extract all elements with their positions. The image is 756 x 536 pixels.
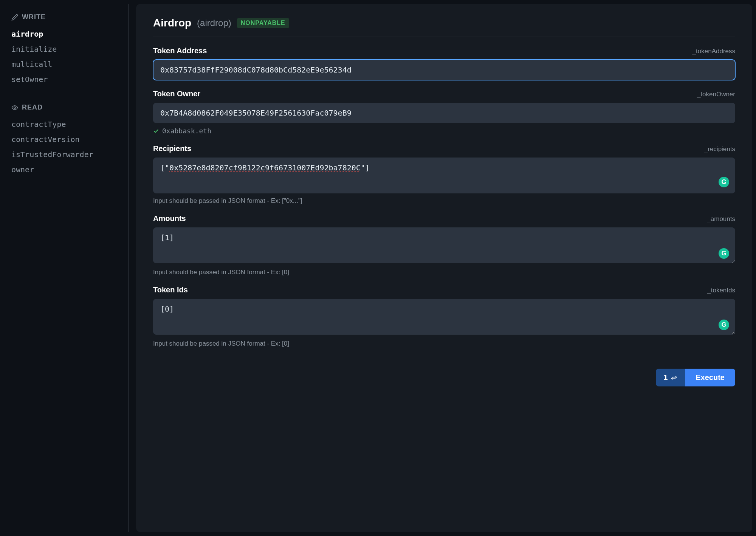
token-address-input[interactable] bbox=[153, 60, 735, 80]
pencil-icon bbox=[11, 14, 18, 21]
token-owner-validation: 0xabbask.eth bbox=[153, 127, 735, 135]
read-header-label: READ bbox=[22, 103, 43, 111]
function-subtitle: (airdrop) bbox=[197, 18, 231, 28]
validation-ens: 0xabbask.eth bbox=[162, 127, 211, 135]
amounts-param: _amounts bbox=[707, 215, 735, 223]
sidebar-item-multicall[interactable]: multicall bbox=[11, 58, 121, 70]
token-owner-input[interactable] bbox=[153, 103, 735, 123]
grammarly-icon[interactable]: G bbox=[719, 320, 729, 330]
write-list: airdrop initialize multicall setOwner bbox=[11, 28, 121, 85]
payable-badge: NONPAYABLE bbox=[237, 18, 289, 28]
write-section-header: WRITE bbox=[11, 13, 121, 21]
svg-point-0 bbox=[14, 107, 16, 108]
grammarly-icon[interactable]: G bbox=[719, 248, 729, 259]
recipients-input[interactable]: ["0x5287e8d8207cf9B122c9f66731007Ed92ba7… bbox=[153, 158, 735, 193]
swap-icon bbox=[671, 374, 677, 381]
execute-button[interactable]: Execute bbox=[685, 369, 735, 386]
tx-count-button[interactable]: 1 bbox=[656, 369, 685, 386]
field-amounts: Amounts _amounts G Input should be passe… bbox=[153, 214, 735, 276]
sidebar-item-contracttype[interactable]: contractType bbox=[11, 118, 121, 130]
eye-icon bbox=[11, 104, 18, 111]
recipients-label: Recipients bbox=[153, 144, 191, 153]
write-header-label: WRITE bbox=[22, 13, 46, 21]
amounts-label: Amounts bbox=[153, 214, 186, 223]
field-token-ids: Token Ids _tokenIds G Input should be pa… bbox=[153, 286, 735, 348]
footer: 1 Execute bbox=[153, 359, 735, 386]
token-ids-hint: Input should be passed in JSON format - … bbox=[153, 340, 735, 348]
function-title: Airdrop bbox=[153, 17, 191, 29]
token-address-label: Token Address bbox=[153, 46, 207, 55]
amounts-input[interactable] bbox=[153, 227, 735, 263]
sidebar-item-airdrop[interactable]: airdrop bbox=[11, 28, 121, 40]
sidebar-divider bbox=[11, 95, 121, 95]
check-icon bbox=[153, 128, 159, 134]
amounts-hint: Input should be passed in JSON format - … bbox=[153, 269, 735, 276]
sidebar-item-contractversion[interactable]: contractVersion bbox=[11, 133, 121, 145]
tx-count: 1 bbox=[663, 373, 668, 382]
token-ids-input[interactable] bbox=[153, 299, 735, 335]
sidebar-item-initialize[interactable]: initialize bbox=[11, 43, 121, 55]
field-token-address: Token Address _tokenAddress bbox=[153, 46, 735, 80]
token-ids-param: _tokenIds bbox=[707, 287, 735, 294]
recipients-param: _recipients bbox=[704, 145, 735, 153]
field-token-owner: Token Owner _tokenOwner 0xabbask.eth bbox=[153, 90, 735, 135]
grammarly-icon[interactable]: G bbox=[719, 177, 729, 187]
main-panel: Airdrop (airdrop) NONPAYABLE Token Addre… bbox=[136, 4, 752, 532]
field-recipients: Recipients _recipients ["0x5287e8d8207cf… bbox=[153, 144, 735, 205]
function-header: Airdrop (airdrop) NONPAYABLE bbox=[153, 17, 735, 37]
read-section-header: READ bbox=[11, 103, 121, 111]
sidebar-item-istrustedforwarder[interactable]: isTrustedForwarder bbox=[11, 148, 121, 161]
token-owner-param: _tokenOwner bbox=[697, 91, 735, 98]
token-address-param: _tokenAddress bbox=[692, 48, 735, 55]
sidebar-item-setowner[interactable]: setOwner bbox=[11, 73, 121, 85]
read-list: contractType contractVersion isTrustedFo… bbox=[11, 118, 121, 176]
token-ids-label: Token Ids bbox=[153, 286, 188, 294]
token-owner-label: Token Owner bbox=[153, 90, 200, 98]
sidebar: WRITE airdrop initialize multicall setOw… bbox=[4, 4, 129, 532]
sidebar-item-owner[interactable]: owner bbox=[11, 164, 121, 176]
recipients-hint: Input should be passed in JSON format - … bbox=[153, 197, 735, 205]
